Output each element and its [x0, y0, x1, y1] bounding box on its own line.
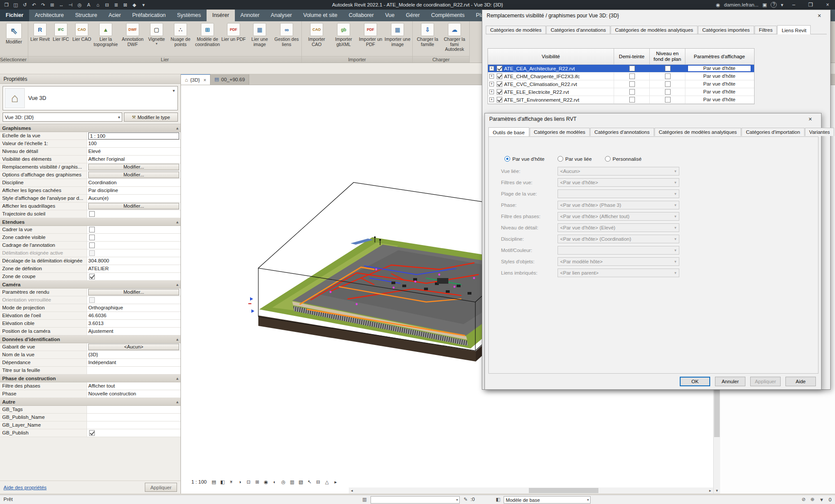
help-button[interactable]: Aide [785, 377, 816, 386]
gabarit-de-vue-value-button[interactable]: <Aucun> [88, 344, 179, 350]
open-icon[interactable]: ❐ [3, 1, 10, 8]
collapse-icon[interactable]: ▴ [176, 376, 178, 381]
importer-une-image-button[interactable]: ▦Importer une image [384, 22, 411, 48]
active-workset-combo[interactable]: ▾ [371, 496, 460, 504]
scroll-down-icon[interactable]: ▾ [714, 487, 720, 494]
remplacements-visibilite-graphis-value-button[interactable]: Modifier... [88, 164, 179, 170]
crop-view-icon[interactable]: ⊡ [245, 478, 252, 486]
ribbon-tab-structure[interactable]: Structure [70, 10, 103, 21]
temporary-hide-icon[interactable]: ◐ [271, 478, 278, 486]
collapse-icon[interactable]: ▴ [176, 282, 178, 287]
view-selector-combo[interactable]: Vue 3D: {3D} ▾ [3, 113, 122, 122]
charger-la-famille-button[interactable]: ⇩Charger la famille [414, 22, 441, 48]
halftone-checkbox[interactable] [629, 66, 635, 71]
more-icon[interactable]: ▸ [332, 478, 339, 486]
shadows-icon[interactable]: ◑ [236, 478, 244, 486]
redo-icon[interactable]: ↷ [39, 1, 47, 8]
chevron-down-icon[interactable]: ▾ [173, 86, 177, 93]
vg-tab-liens-revit[interactable]: Liens Revit [777, 25, 811, 34]
lier-une-image-button[interactable]: ▦Lier une image [246, 22, 273, 48]
section-etendues[interactable]: Etendues▴ [0, 218, 180, 226]
combo-phase[interactable]: <Par vue d'hôte> (Phase 3)▾ [558, 201, 679, 209]
switch-windows-icon[interactable]: ◆ [130, 1, 138, 8]
ribbon-tab-complements[interactable]: Compléments [425, 10, 470, 21]
visibility-checkbox[interactable] [497, 97, 502, 103]
vg-tab-filtres[interactable]: Filtres [755, 26, 777, 34]
visibility-checkbox[interactable] [497, 89, 502, 95]
vg-tab-categories-importees[interactable]: Catégories importées [698, 26, 754, 34]
link-row-ate-sit-environnement-r22-rvt[interactable]: +ATE_SIT_Environnement_R22.rvtPar vue d'… [488, 96, 754, 104]
checkbox[interactable] [89, 227, 95, 232]
press-drag-icon[interactable]: ⊕ [810, 497, 814, 502]
vignette-button[interactable]: ▢Vignette▾ [146, 22, 167, 46]
visibility-checkbox[interactable] [497, 66, 502, 71]
lier-un-pdf-button[interactable]: PDFLier un PDF [221, 22, 246, 43]
importer-un-pdf-button[interactable]: PDFImporter un PDF [357, 22, 384, 48]
reveal-hidden-icon[interactable]: ◎ [280, 478, 287, 486]
undo-icon[interactable]: ↶ [30, 1, 38, 8]
hscroll-track[interactable] [355, 487, 707, 494]
combo-plage-de-la-vue[interactable]: ▾ [558, 189, 679, 198]
afficher-les-quadrillages-value-button[interactable]: Modifier... [88, 203, 179, 209]
exclude-options-icon[interactable]: ⊘ [802, 497, 805, 502]
visibility-checkbox[interactable] [497, 73, 502, 79]
maximize-button[interactable]: ❐ [804, 2, 817, 8]
halftone-checkbox[interactable] [629, 89, 635, 95]
expand-icon[interactable]: + [489, 97, 494, 102]
visibility-checkbox[interactable] [497, 81, 502, 87]
type-selector[interactable]: ⌂ Vue 3D ▾ [3, 86, 178, 110]
close-button[interactable]: × [821, 2, 834, 8]
panel-label-charger[interactable]: Charger [413, 56, 469, 63]
tag-icon[interactable]: ◎ [76, 1, 84, 8]
filter-icon[interactable]: ▼ [819, 497, 824, 502]
view-tab-3d[interactable]: ⌂ {3D} × [181, 74, 210, 85]
ribbon-tab-volume-et-site[interactable]: Volume et site [297, 10, 343, 21]
underlay-checkbox[interactable] [665, 73, 671, 79]
section-graphismes[interactable]: Graphismes▴ [0, 124, 180, 132]
combo-vue-liee[interactable]: <Aucun>▾ [558, 167, 679, 176]
view-tab-plan[interactable]: ▤ 00_+90.69 [210, 74, 249, 85]
checkbox[interactable] [89, 235, 95, 240]
displace-elements-icon[interactable]: ↖ [306, 478, 313, 486]
ribbon-tab-systemes[interactable]: Systèmes [171, 10, 207, 21]
show-crop-icon[interactable]: ⊞ [254, 478, 261, 486]
default-3d-view-icon[interactable]: ⌂ [94, 1, 102, 8]
charger-la-fami-autodesk-button[interactable]: ☁Charger la fami Autodesk [441, 22, 468, 53]
underlay-checkbox[interactable] [665, 89, 671, 95]
checkbox[interactable] [89, 250, 95, 256]
halftone-checkbox[interactable] [629, 73, 635, 79]
lock-3d-view-icon[interactable]: ◉ [262, 478, 270, 486]
aligned-dimension-icon[interactable]: ⊣ [67, 1, 74, 8]
collapse-icon[interactable]: ▴ [176, 400, 178, 404]
expand-icon[interactable]: + [489, 90, 494, 94]
ribbon-tab-gerer[interactable]: Gérer [400, 10, 425, 21]
panel-label-lier[interactable]: Lier [28, 56, 301, 63]
checkbox[interactable] [89, 242, 95, 248]
modifier-button[interactable]: ⇖Modifier [1, 22, 27, 46]
combo-niveau-de-detail[interactable]: <Par vue d'hôte> (Elevé)▾ [558, 223, 679, 232]
save-icon[interactable]: ◫ [12, 1, 20, 8]
reveal-constraints-icon[interactable]: ⊟ [314, 478, 322, 486]
rvt-tab-variantes[interactable]: Variantes [805, 128, 835, 136]
annotation-dwf-button[interactable]: DWFAnnotation DWF [119, 22, 146, 48]
sync-icon[interactable]: ↺ [21, 1, 29, 8]
ribbon-tab-fichier[interactable]: Fichier [0, 10, 29, 21]
lier-revit-button[interactable]: RLier Revit [30, 22, 50, 43]
scale-value-box[interactable]: 1 : 100 [88, 133, 179, 139]
halftone-checkbox[interactable] [629, 81, 635, 87]
radio-by-host-view[interactable]: Par vue d'hôte [504, 156, 544, 162]
app-store-cart-icon[interactable]: ▣ [762, 2, 767, 8]
panel-label-selectionner[interactable]: Sélectionner ▾ [0, 56, 28, 63]
lier-ifc-button[interactable]: IFCLier IFC [50, 22, 71, 43]
editable-only-icon[interactable]: ✎ [464, 497, 468, 502]
temporary-view-properties-icon[interactable]: ▧ [297, 478, 304, 486]
design-option-combo[interactable]: Modèle de base ▾ [504, 496, 591, 504]
checkbox[interactable] [89, 430, 95, 436]
section-donnees-d-identification[interactable]: Données d'identification▴ [0, 335, 180, 343]
view-scale[interactable]: 1 : 100 [191, 479, 207, 484]
ribbon-tab-prefabrication[interactable]: Préfabrication [127, 10, 171, 21]
rvt-tab-outils-de-base[interactable]: Outils de base [488, 127, 529, 136]
scroll-left-icon[interactable]: ◂ [349, 488, 355, 493]
text-icon[interactable]: A [85, 1, 93, 8]
rvt-tab-categories-d-annotations[interactable]: Catégories d'annotations [590, 128, 654, 136]
